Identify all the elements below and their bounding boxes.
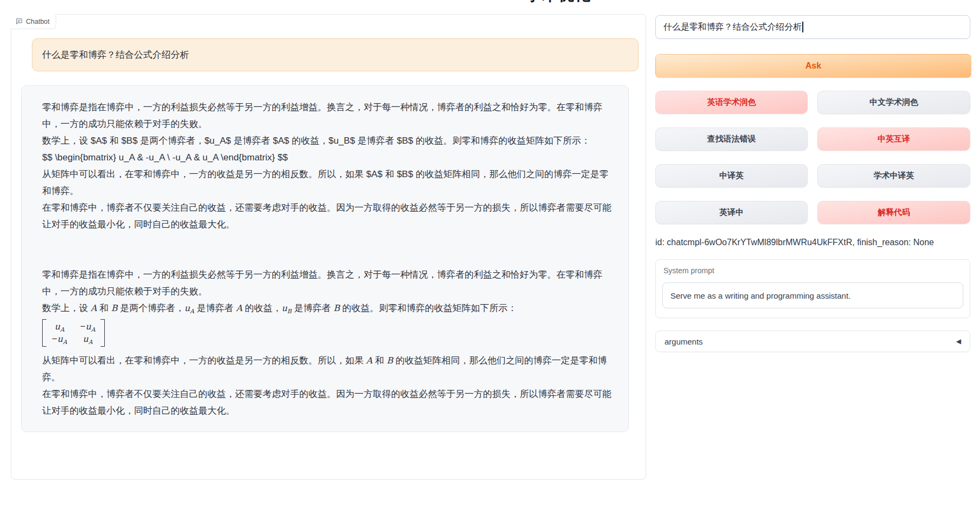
ask-button[interactable]: Ask: [655, 54, 971, 78]
chatbot-label-text: Chatbot: [26, 18, 50, 25]
quick-action-button-2[interactable]: 查找语法错误: [655, 127, 808, 151]
bot-paragraph: 从矩阵中可以看出，在零和博弈中，一方的收益是另一方的相反数。所以，如果 $A$ …: [42, 166, 612, 199]
bot-paragraph: 从矩阵中可以看出，在零和博弈中，一方的收益是另一方的相反数。所以，如果 A 和 …: [42, 352, 612, 386]
quick-action-button-5[interactable]: 学术中译英: [817, 164, 970, 187]
arguments-accordion[interactable]: arguments ◀: [655, 331, 970, 352]
chatbot-panel: 什么是零和博弈？结合公式介绍分析 零和博弈是指在博弈中，一方的利益损失必然等于另…: [11, 14, 646, 480]
page-title: ChatGPT 学术优化: [452, 0, 591, 6]
system-prompt-panel: System prompt Serve me as a writing and …: [655, 259, 970, 318]
math-token: uA: [55, 321, 64, 332]
math-token: B: [333, 303, 340, 313]
status-line: id: chatcmpl-6wOo7KrYTwMl89lbrMWRu4UkFFX…: [655, 238, 934, 247]
bot-paragraph: 在零和博弈中，博弈者不仅要关注自己的收益，还需要考虑对手的收益。因为一方取得的收…: [42, 386, 612, 419]
message-gap: [42, 233, 612, 266]
chat-bubble-icon: [16, 18, 23, 25]
quick-action-button-4[interactable]: 中译英: [655, 164, 808, 187]
math-token: uA: [184, 303, 194, 313]
math-token: A: [366, 355, 373, 366]
page-header: ChatGPT 学术优化: [0, 0, 980, 6]
quick-action-button-6[interactable]: 英译中: [655, 201, 808, 224]
math-token: −uA: [52, 334, 67, 344]
bot-paragraph: 在零和博弈中，博弈者不仅要关注自己的收益，还需要考虑对手的收益。因为一方取得的收…: [42, 199, 612, 233]
bot-paragraph: 数学上，设 $A$ 和 $B$ 是两个博弈者，$u_A$ 是博弈者 $A$ 的收…: [42, 132, 612, 149]
bot-paragraph: uA−uA−uAuA: [42, 316, 612, 352]
user-message-text: 什么是零和博弈？结合公式介绍分析: [42, 49, 189, 61]
quick-action-button-7[interactable]: 解释代码: [817, 201, 970, 224]
system-prompt-label: System prompt: [663, 266, 970, 275]
chatbot-label: Chatbot: [11, 14, 56, 29]
ask-button-label: Ask: [806, 61, 821, 71]
math-token: B: [111, 303, 118, 313]
bot-message-rendered: 零和博弈是指在博弈中，一方的利益损失必然等于另一方的利益增益。换言之，对于每一种…: [42, 266, 612, 419]
bot-message-raw: 零和博弈是指在博弈中，一方的利益损失必然等于另一方的利益增益。换言之，对于每一种…: [42, 99, 612, 233]
system-prompt-input[interactable]: Serve me as a writing and programming as…: [662, 282, 963, 308]
math-token: uB: [281, 303, 291, 313]
quick-action-button-3[interactable]: 中英互译: [817, 127, 970, 151]
accordion-collapse-icon: ◀: [956, 338, 961, 345]
math-token: B: [387, 355, 393, 366]
payoff-matrix: uA−uA−uAuA: [42, 319, 105, 347]
chatbot-scroll-area[interactable]: 什么是零和博弈？结合公式介绍分析 零和博弈是指在博弈中，一方的利益损失必然等于另…: [11, 15, 646, 479]
system-prompt-value: Serve me as a writing and programming as…: [670, 291, 850, 300]
quick-action-button-1[interactable]: 中文学术润色: [817, 91, 970, 114]
math-token: A: [91, 303, 97, 313]
quick-actions-grid: 英语学术润色中文学术润色查找语法错误中英互译中译英学术中译英英译中解释代码: [655, 91, 970, 224]
bot-message-body: 零和博弈是指在博弈中，一方的利益损失必然等于另一方的利益增益。换言之，对于每一种…: [42, 99, 612, 419]
user-message-bubble: 什么是零和博弈？结合公式介绍分析: [32, 38, 639, 71]
math-token: −uA: [80, 321, 95, 332]
bot-paragraph: 数学上，设 A 和 B 是两个博弈者，uA 是博弈者 A 的收益，uB 是博弈者…: [42, 300, 612, 316]
question-input[interactable]: 什么是零和博弈？结合公式介绍分析: [655, 15, 970, 39]
math-token: uA: [83, 334, 92, 344]
bot-message-bubble: 零和博弈是指在博弈中，一方的利益损失必然等于另一方的利益增益。换言之，对于每一种…: [21, 85, 629, 432]
text-cursor: [802, 22, 803, 32]
quick-action-button-0[interactable]: 英语学术润色: [655, 91, 808, 114]
bot-paragraph: 零和博弈是指在博弈中，一方的利益损失必然等于另一方的利益增益。换言之，对于每一种…: [42, 266, 612, 300]
arguments-accordion-label: arguments: [664, 337, 703, 346]
bot-paragraph: 零和博弈是指在博弈中，一方的利益损失必然等于另一方的利益增益。换言之，对于每一种…: [42, 99, 612, 132]
bot-paragraph: $$ \begin{bmatrix} u_A & -u_A \ -u_A & u…: [42, 149, 612, 166]
math-token: A: [236, 303, 243, 313]
question-input-value: 什么是零和博弈？结合公式介绍分析: [663, 22, 802, 33]
